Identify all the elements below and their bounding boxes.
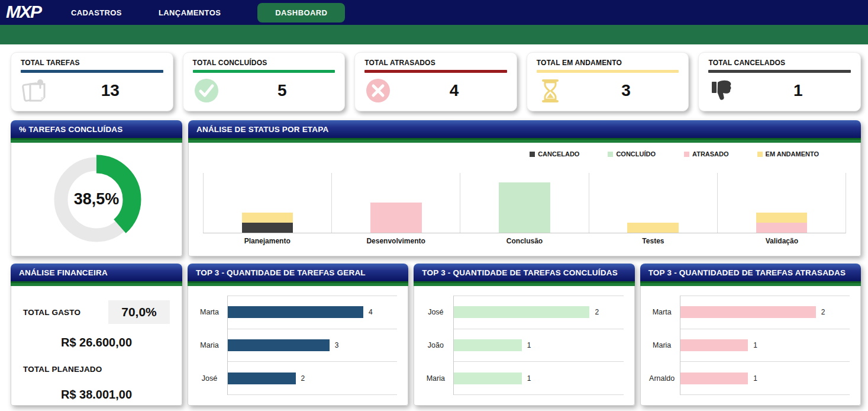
bar-value-label: 4	[369, 308, 373, 316]
kpi-accent-bar	[364, 70, 507, 73]
bar	[228, 306, 363, 318]
kpi-title: TOTAL EM ANDAMENTO	[537, 59, 679, 67]
bar-row: 3	[228, 329, 397, 362]
category-label: Arnaldo	[644, 362, 680, 395]
kpi-value: 3	[573, 81, 679, 100]
top-navbar: MXP CADASTROS LANÇAMENTOS DASHBOARD	[0, 0, 868, 25]
kpi-card-total-cancelados: TOTAL CANCELADOS 1	[698, 52, 861, 111]
bar-segment	[242, 223, 293, 233]
category-label: João	[418, 329, 453, 362]
panel-analise-financeira: ANÁLISE FINANCEIRA TOTAL GASTO 70,0% R$ …	[11, 264, 182, 406]
top3-geral-bar-chart: MartaMariaJosé432	[192, 296, 397, 395]
bar-row: 2	[680, 296, 850, 329]
category-label: Maria	[192, 329, 227, 362]
panel-top3-geral: TOP 3 - QUANTIDADE DE TAREFAS GERAL Mart…	[188, 264, 408, 406]
kpi-accent-bar	[708, 70, 851, 73]
panel-status-por-etapa: ANÁLISE DE STATUS POR ETAPA CANCELADOCON…	[188, 120, 861, 256]
panel-green-bar	[188, 138, 861, 143]
kpi-accent-bar	[193, 70, 335, 73]
donut-chart: 38,5%	[44, 147, 149, 252]
category-label: Testes	[589, 237, 717, 245]
kpi-card-total-em-andamento: TOTAL EM ANDAMENTO 3	[527, 52, 689, 111]
legend-label: CANCELADO	[538, 150, 579, 158]
status-category-slot	[589, 173, 717, 233]
bar-segment	[756, 213, 807, 223]
panel-top3-atrasadas: TOP 3 - QUANTIDADED DE TAREFAS ATRASADAS…	[640, 264, 861, 406]
legend-label: CONCLUÍDO	[616, 150, 656, 158]
panel-green-bar	[11, 281, 182, 286]
bar-segment	[756, 223, 807, 233]
kpi-value: 4	[401, 81, 507, 100]
status-chart-categories: PlanejamentoDesenvolvimentoConclusãoTest…	[203, 237, 846, 245]
panel-green-bar	[640, 281, 861, 286]
nav-item-cadastros[interactable]: CADASTROS	[71, 8, 122, 17]
kpi-value: 1	[745, 81, 851, 100]
status-chart-legend: CANCELADOCONCLUÍDOATRASADOEM ANDAMENTO	[189, 143, 860, 158]
notes-pin-icon	[21, 77, 57, 104]
thumbs-down-icon	[708, 77, 745, 104]
donut-center-label: 38,5%	[44, 147, 149, 252]
kpi-row: TOTAL TAREFAS	[11, 52, 861, 111]
legend-swatch	[757, 152, 763, 157]
legend-swatch	[684, 152, 689, 157]
bar	[680, 306, 816, 318]
total-gasto-value: R$ 26.600,00	[23, 336, 170, 349]
cross-circle-icon	[364, 77, 401, 104]
category-label: José	[192, 362, 227, 395]
gasto-percent-badge: 70,0%	[108, 300, 170, 324]
bar-value-label: 1	[753, 341, 757, 349]
total-planejado-label: TOTAL PLANEJADO	[23, 365, 170, 374]
bar	[454, 306, 589, 318]
bar-segment	[370, 203, 421, 233]
bar-value-label: 1	[753, 374, 757, 383]
bar-row: 1	[454, 362, 623, 395]
bar-segment	[627, 223, 678, 233]
legend-swatch	[608, 152, 613, 157]
total-planejado-value: R$ 38.001,00	[23, 388, 170, 402]
bar-value-label: 1	[527, 374, 531, 383]
panel-tarefas-concluidas: % TAREFAS CONCLUÍDAS 38,5%	[11, 120, 182, 256]
nav-item-lancamentos[interactable]: LANÇAMENTOS	[159, 8, 221, 17]
category-label: Marta	[644, 296, 680, 329]
kpi-card-total-concluidos: TOTAL CONCLUÍDOS 5	[183, 52, 346, 111]
legend-item: CONCLUÍDO	[608, 150, 656, 158]
hourglass-icon	[537, 77, 573, 104]
status-category-slot	[460, 173, 588, 233]
category-label: Maria	[644, 329, 680, 362]
bar-row: 4	[228, 296, 397, 329]
bar	[680, 373, 748, 384]
mxp-logo: MXP	[6, 2, 71, 22]
kpi-title: TOTAL TAREFAS	[21, 59, 163, 67]
kpi-accent-bar	[537, 70, 679, 73]
bar	[454, 339, 522, 351]
bar-row: 2	[454, 296, 623, 329]
bar-value-label: 2	[595, 308, 599, 316]
bar-value-label: 3	[335, 341, 339, 349]
status-stacked-bar-chart	[203, 173, 846, 233]
bar	[228, 373, 296, 384]
category-label: Desenvolvimento	[331, 237, 460, 245]
bar	[680, 339, 748, 351]
panel-green-bar	[11, 138, 182, 143]
category-label: Maria	[418, 362, 453, 395]
bar	[454, 373, 522, 384]
legend-label: EM ANDAMENTO	[766, 150, 819, 158]
status-category-slot	[717, 173, 846, 233]
bar-segment	[499, 182, 550, 233]
kpi-value: 5	[230, 81, 335, 100]
nav-item-dashboard-active[interactable]: DASHBOARD	[257, 3, 345, 23]
panel-title: TOP 3 - QUANTIDADED DE TAREFAS ATRASADAS	[640, 264, 861, 281]
status-category-slot	[331, 173, 460, 233]
legend-item: EM ANDAMENTO	[757, 150, 819, 158]
panel-green-bar	[414, 281, 634, 286]
panel-title: ANÁLISE DE STATUS POR ETAPA	[188, 120, 861, 138]
panel-green-bar	[188, 281, 408, 286]
bar-row: 1	[454, 329, 623, 362]
bar	[228, 339, 330, 351]
kpi-title: TOTAL CONCLUÍDOS	[193, 59, 335, 67]
bar-row: 1	[680, 362, 850, 395]
category-label: Validação	[718, 237, 846, 245]
bar-value-label: 2	[301, 374, 305, 383]
kpi-card-total-tarefas: TOTAL TAREFAS	[11, 52, 173, 111]
bar-row: 1	[680, 329, 850, 362]
